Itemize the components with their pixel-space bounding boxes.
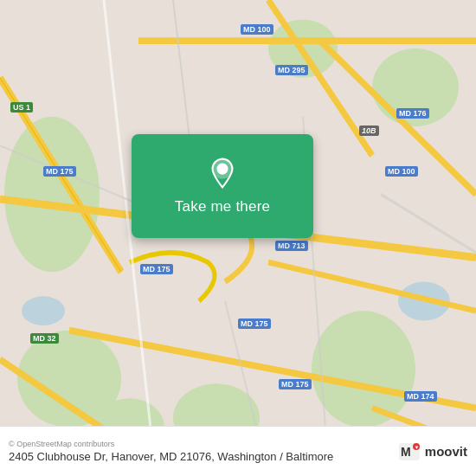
moovit-text: moovit bbox=[425, 444, 467, 459]
road-label-md175-mid: MD 175 bbox=[140, 264, 173, 274]
road-label-md295: MD 295 bbox=[275, 65, 308, 75]
address-section: © OpenStreetMap contributors 2405 Clubho… bbox=[9, 440, 397, 463]
take-me-there-label: Take me there bbox=[175, 198, 270, 215]
moovit-logo: M ▼ moovit bbox=[397, 440, 467, 464]
road-label-md175-br: MD 175 bbox=[279, 379, 312, 389]
copyright-text: © OpenStreetMap contributors bbox=[9, 440, 397, 448]
svg-point-13 bbox=[312, 311, 415, 428]
road-label-md176: MD 176 bbox=[396, 108, 429, 119]
svg-point-18 bbox=[22, 296, 65, 325]
map-roads bbox=[0, 0, 476, 476]
road-label-md174: MD 174 bbox=[404, 391, 437, 402]
bottom-bar: © OpenStreetMap contributors 2405 Clubho… bbox=[0, 426, 476, 476]
road-label-md713: MD 713 bbox=[275, 241, 308, 251]
moovit-icon: M ▼ bbox=[397, 440, 421, 464]
road-label-10b: 10B bbox=[359, 125, 379, 136]
road-label-md32: MD 32 bbox=[30, 333, 59, 344]
address-text: 2405 Clubhouse Dr, Hanover, MD 21076, Wa… bbox=[9, 450, 397, 463]
take-me-there-button[interactable]: Take me there bbox=[132, 134, 313, 238]
location-pin-icon bbox=[207, 158, 238, 191]
svg-text:▼: ▼ bbox=[414, 445, 419, 450]
road-label-us1: US 1 bbox=[10, 102, 33, 113]
map-container: US 1 MD 100 MD 295 MD 176 MD 175 10B MD … bbox=[0, 0, 476, 476]
road-label-md175-left: MD 175 bbox=[43, 166, 76, 177]
svg-point-10 bbox=[4, 117, 100, 273]
road-label-md175-bot: MD 175 bbox=[238, 318, 271, 329]
svg-point-37 bbox=[216, 163, 228, 174]
svg-text:M: M bbox=[401, 445, 411, 459]
road-label-md100-top: MD 100 bbox=[241, 24, 273, 35]
road-label-md100-right: MD 100 bbox=[385, 166, 418, 177]
